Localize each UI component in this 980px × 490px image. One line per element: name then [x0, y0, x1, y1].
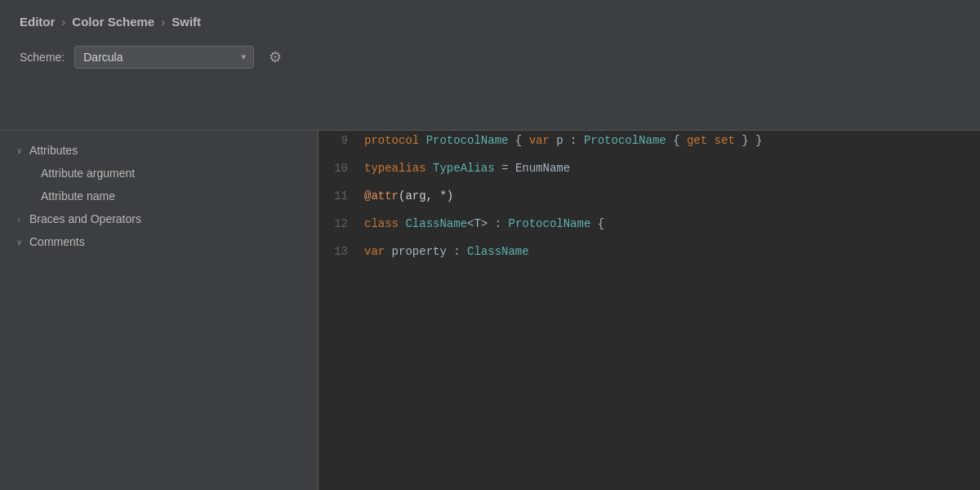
code-line: 13 var property : ClassName — [318, 242, 980, 270]
line-content: class ClassName<T> : ProtocolName { — [361, 217, 604, 230]
code-token: p : — [550, 134, 584, 147]
tree-item-attribute-argument[interactable]: Attribute argument — [0, 162, 318, 185]
code-token: ProtocolName — [426, 134, 509, 147]
code-token: { — [666, 134, 687, 147]
code-token: { — [508, 134, 528, 147]
code-line: 9protocol ProtocolName { var p : Protoco… — [318, 131, 980, 158]
tree-label-attribute-argument: Attribute argument — [41, 167, 135, 180]
left-panel: ∨AttributesAttribute argumentAttribute n… — [0, 131, 318, 490]
code-token: = — [495, 162, 515, 175]
tree-item-attributes[interactable]: ∨Attributes — [0, 139, 318, 162]
chevron-icon-attributes: ∨ — [13, 146, 24, 155]
code-token: protocol — [364, 134, 419, 147]
code-line: 12class ClassName<T> : ProtocolName { — [318, 214, 980, 242]
code-token: : — [488, 217, 508, 230]
tree-item-comments[interactable]: ∨Comments — [0, 230, 318, 253]
line-number: 13 — [318, 245, 361, 258]
code-token: set — [715, 134, 735, 147]
code-token: property : — [385, 245, 467, 258]
code-token: var — [529, 134, 550, 147]
code-token: } } — [735, 134, 763, 147]
main-layout: ∨AttributesAttribute argumentAttribute n… — [0, 131, 980, 490]
gear-button[interactable]: ⚙ — [264, 45, 287, 69]
code-token: @attr — [364, 189, 399, 203]
code-token: TypeAlias — [433, 162, 495, 175]
code-token: ClassName — [405, 217, 467, 230]
breadcrumb-sep-1: › — [61, 15, 65, 29]
line-number: 12 — [318, 217, 361, 230]
code-token: typealias — [364, 162, 426, 175]
line-number: 11 — [318, 189, 361, 203]
breadcrumb-editor[interactable]: Editor — [20, 15, 55, 29]
tree-item-braces-operators[interactable]: ›Braces and Operators — [0, 207, 318, 230]
tree-label-braces-operators: Braces and Operators — [29, 212, 141, 225]
code-token — [426, 162, 433, 175]
code-token: <T> — [467, 217, 488, 230]
chevron-icon-comments: ∨ — [13, 238, 24, 247]
code-token: ClassName — [467, 245, 529, 258]
tree-label-attribute-name: Attribute name — [41, 189, 115, 203]
code-token: (arg, *) — [399, 189, 453, 203]
code-token: ProtocolName — [584, 134, 666, 147]
line-number: 10 — [318, 162, 361, 175]
code-token: get — [687, 134, 707, 147]
code-token: var — [364, 245, 385, 258]
code-token: EnumName — [515, 162, 570, 175]
tree-label-comments: Comments — [29, 235, 85, 248]
breadcrumb: Editor › Color Scheme › Swift — [20, 0, 960, 40]
scheme-dropdown[interactable]: Darcula IntelliJ Light Monokai GitHub — [74, 46, 254, 69]
code-line: 11@attr(arg, *) — [318, 186, 980, 214]
line-content: var property : ClassName — [361, 245, 529, 258]
line-number: 9 — [318, 134, 361, 147]
scheme-select-wrapper: Darcula IntelliJ Light Monokai GitHub — [74, 46, 254, 69]
code-token: class — [364, 217, 399, 230]
code-token — [419, 134, 425, 147]
line-content: typealias TypeAlias = EnumName — [361, 162, 570, 175]
line-content: protocol ProtocolName { var p : Protocol… — [361, 134, 762, 147]
code-token: { — [590, 217, 604, 230]
breadcrumb-sep-2: › — [161, 15, 165, 29]
top-panel: Editor › Color Scheme › Swift Scheme: Da… — [0, 0, 980, 131]
scheme-label: Scheme: — [20, 51, 65, 64]
code-area: 9protocol ProtocolName { var p : Protoco… — [318, 131, 980, 490]
code-token — [707, 134, 714, 147]
chevron-icon-braces-operators: › — [13, 215, 24, 224]
breadcrumb-swift[interactable]: Swift — [172, 15, 201, 29]
code-token: ProtocolName — [508, 217, 590, 230]
line-content: @attr(arg, *) — [361, 189, 453, 203]
tree-item-attribute-name[interactable]: Attribute name — [0, 185, 318, 207]
tree-label-attributes: Attributes — [29, 144, 78, 157]
right-panel: 9protocol ProtocolName { var p : Protoco… — [318, 131, 980, 490]
code-line: 10typealias TypeAlias = EnumName — [318, 158, 980, 186]
breadcrumb-color-scheme[interactable]: Color Scheme — [72, 15, 154, 29]
scheme-row: Scheme: Darcula IntelliJ Light Monokai G… — [20, 40, 960, 74]
